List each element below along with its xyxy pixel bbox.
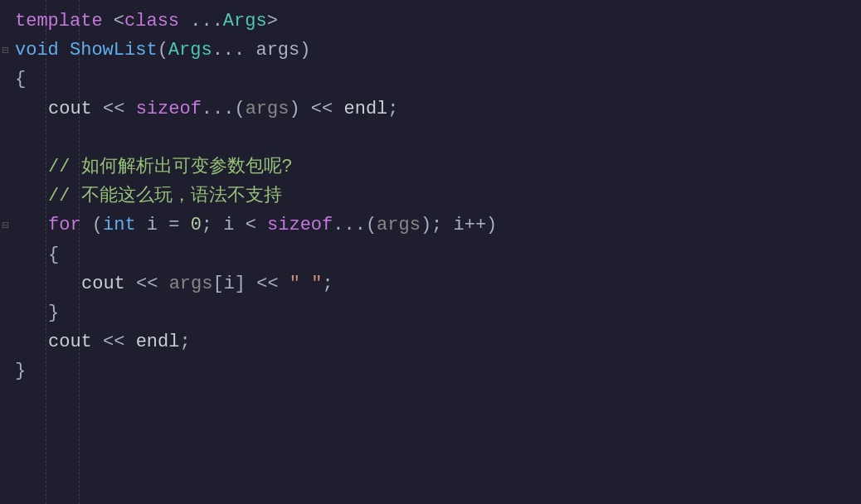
token: args (169, 269, 213, 298)
code-line-2: ⊟ void ShowList ( Args ... args) (0, 36, 861, 65)
token: sizeof (136, 94, 202, 124)
token: void (15, 36, 59, 65)
token: } (15, 356, 26, 385)
token: endl (343, 94, 387, 124)
code-editor: template < class ... Args > ⊟ void ShowL… (0, 0, 861, 504)
token: Args (168, 36, 212, 65)
token: } (48, 298, 59, 327)
code-line-8: ⊟ for ( int i = 0 ; i < sizeof ...( args… (0, 211, 861, 240)
token: ...( (333, 211, 377, 240)
token: ... (179, 7, 223, 36)
token: class (124, 7, 179, 36)
token: << (92, 94, 136, 124)
token: sizeof (267, 211, 333, 240)
code-line-11: } (0, 298, 861, 327)
token (59, 36, 70, 65)
code-line-3: { (0, 65, 861, 94)
fold-icon: ⊟ (2, 216, 8, 235)
code-line-10: cout << args [i] << " " ; (0, 269, 861, 298)
fold-icon: ⊟ (2, 41, 8, 60)
token: cout (48, 327, 92, 356)
token: ; (179, 327, 190, 356)
token: // 不能这么玩，语法不支持 (48, 182, 282, 211)
token: { (15, 65, 26, 94)
token: int (103, 211, 136, 240)
token: ( (81, 211, 103, 240)
code-line-4: cout << sizeof ...( args ) << endl ; (0, 94, 861, 124)
code-line-13: } (0, 356, 861, 385)
token: 0 (191, 211, 202, 240)
token: ); i++) (421, 211, 497, 240)
token: ; (322, 269, 333, 298)
token: // 如何解析出可变参数包呢? (48, 153, 293, 182)
token: < (103, 7, 124, 36)
token: ( (158, 36, 168, 65)
token: ... (212, 36, 246, 65)
token: ) << (289, 94, 343, 124)
token: args (246, 94, 289, 124)
token: cout (81, 269, 125, 298)
token: << (92, 327, 136, 356)
code-line-7: // 不能这么玩，语法不支持 (0, 182, 861, 211)
token: [i] << (212, 269, 289, 298)
token: template (15, 7, 103, 36)
token: ; (387, 94, 398, 124)
code-line-9: { (0, 240, 861, 269)
token: ; i < (202, 211, 267, 240)
token: << (125, 269, 169, 298)
token: " " (289, 269, 323, 298)
token: Args (223, 7, 267, 36)
code-line-6: // 如何解析出可变参数包呢? (0, 153, 861, 182)
code-line-12: cout << endl ; (0, 327, 861, 356)
token: ...( (202, 94, 246, 124)
token: args) (245, 36, 310, 65)
token: endl (136, 327, 180, 356)
token: i = (136, 211, 191, 240)
code-line-5 (0, 124, 861, 153)
token: ShowList (70, 36, 158, 65)
token: for (48, 211, 81, 240)
token: cout (48, 94, 92, 124)
token: { (48, 240, 59, 269)
code-line-1: template < class ... Args > (0, 7, 861, 36)
token: args (377, 211, 421, 240)
token: > (267, 7, 278, 36)
